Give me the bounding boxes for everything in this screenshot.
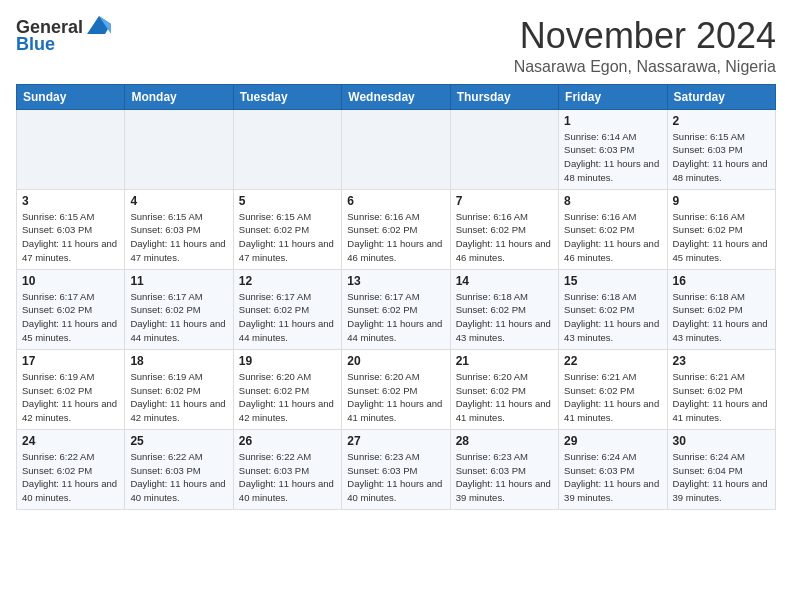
day-info: Sunrise: 6:17 AMSunset: 6:02 PMDaylight:… [130, 290, 227, 345]
day-number: 7 [456, 194, 553, 208]
calendar-cell: 4Sunrise: 6:15 AMSunset: 6:03 PMDaylight… [125, 189, 233, 269]
day-info: Sunrise: 6:24 AMSunset: 6:03 PMDaylight:… [564, 450, 661, 505]
calendar-cell: 16Sunrise: 6:18 AMSunset: 6:02 PMDayligh… [667, 269, 775, 349]
calendar-cell [342, 109, 450, 189]
calendar-cell: 21Sunrise: 6:20 AMSunset: 6:02 PMDayligh… [450, 349, 558, 429]
col-header-tuesday: Tuesday [233, 84, 341, 109]
day-number: 25 [130, 434, 227, 448]
day-number: 23 [673, 354, 770, 368]
day-info: Sunrise: 6:16 AMSunset: 6:02 PMDaylight:… [673, 210, 770, 265]
calendar-cell: 1Sunrise: 6:14 AMSunset: 6:03 PMDaylight… [559, 109, 667, 189]
day-number: 28 [456, 434, 553, 448]
day-number: 24 [22, 434, 119, 448]
day-number: 16 [673, 274, 770, 288]
col-header-saturday: Saturday [667, 84, 775, 109]
day-info: Sunrise: 6:17 AMSunset: 6:02 PMDaylight:… [239, 290, 336, 345]
calendar-cell: 2Sunrise: 6:15 AMSunset: 6:03 PMDaylight… [667, 109, 775, 189]
calendar-cell: 27Sunrise: 6:23 AMSunset: 6:03 PMDayligh… [342, 429, 450, 509]
day-info: Sunrise: 6:15 AMSunset: 6:03 PMDaylight:… [130, 210, 227, 265]
calendar-cell: 6Sunrise: 6:16 AMSunset: 6:02 PMDaylight… [342, 189, 450, 269]
day-number: 20 [347, 354, 444, 368]
calendar-cell: 23Sunrise: 6:21 AMSunset: 6:02 PMDayligh… [667, 349, 775, 429]
calendar-cell: 28Sunrise: 6:23 AMSunset: 6:03 PMDayligh… [450, 429, 558, 509]
day-number: 22 [564, 354, 661, 368]
calendar-cell: 30Sunrise: 6:24 AMSunset: 6:04 PMDayligh… [667, 429, 775, 509]
day-info: Sunrise: 6:18 AMSunset: 6:02 PMDaylight:… [673, 290, 770, 345]
day-number: 5 [239, 194, 336, 208]
day-info: Sunrise: 6:18 AMSunset: 6:02 PMDaylight:… [456, 290, 553, 345]
calendar-table: SundayMondayTuesdayWednesdayThursdayFrid… [16, 84, 776, 510]
day-number: 17 [22, 354, 119, 368]
calendar-cell: 10Sunrise: 6:17 AMSunset: 6:02 PMDayligh… [17, 269, 125, 349]
day-info: Sunrise: 6:20 AMSunset: 6:02 PMDaylight:… [456, 370, 553, 425]
col-header-thursday: Thursday [450, 84, 558, 109]
calendar-cell: 12Sunrise: 6:17 AMSunset: 6:02 PMDayligh… [233, 269, 341, 349]
calendar-cell: 29Sunrise: 6:24 AMSunset: 6:03 PMDayligh… [559, 429, 667, 509]
day-info: Sunrise: 6:20 AMSunset: 6:02 PMDaylight:… [239, 370, 336, 425]
day-number: 19 [239, 354, 336, 368]
calendar-cell: 17Sunrise: 6:19 AMSunset: 6:02 PMDayligh… [17, 349, 125, 429]
calendar-cell: 9Sunrise: 6:16 AMSunset: 6:02 PMDaylight… [667, 189, 775, 269]
calendar-cell: 5Sunrise: 6:15 AMSunset: 6:02 PMDaylight… [233, 189, 341, 269]
day-number: 26 [239, 434, 336, 448]
day-number: 8 [564, 194, 661, 208]
day-number: 29 [564, 434, 661, 448]
day-info: Sunrise: 6:18 AMSunset: 6:02 PMDaylight:… [564, 290, 661, 345]
col-header-monday: Monday [125, 84, 233, 109]
calendar-cell: 20Sunrise: 6:20 AMSunset: 6:02 PMDayligh… [342, 349, 450, 429]
location-subtitle: Nasarawa Egon, Nassarawa, Nigeria [514, 58, 776, 76]
calendar-cell: 22Sunrise: 6:21 AMSunset: 6:02 PMDayligh… [559, 349, 667, 429]
day-number: 14 [456, 274, 553, 288]
logo: General Blue [16, 16, 113, 55]
calendar-cell: 14Sunrise: 6:18 AMSunset: 6:02 PMDayligh… [450, 269, 558, 349]
calendar-cell: 11Sunrise: 6:17 AMSunset: 6:02 PMDayligh… [125, 269, 233, 349]
day-info: Sunrise: 6:15 AMSunset: 6:03 PMDaylight:… [22, 210, 119, 265]
day-info: Sunrise: 6:24 AMSunset: 6:04 PMDaylight:… [673, 450, 770, 505]
day-info: Sunrise: 6:16 AMSunset: 6:02 PMDaylight:… [347, 210, 444, 265]
day-info: Sunrise: 6:19 AMSunset: 6:02 PMDaylight:… [22, 370, 119, 425]
day-info: Sunrise: 6:16 AMSunset: 6:02 PMDaylight:… [564, 210, 661, 265]
day-info: Sunrise: 6:20 AMSunset: 6:02 PMDaylight:… [347, 370, 444, 425]
calendar-cell: 8Sunrise: 6:16 AMSunset: 6:02 PMDaylight… [559, 189, 667, 269]
day-info: Sunrise: 6:23 AMSunset: 6:03 PMDaylight:… [347, 450, 444, 505]
day-number: 9 [673, 194, 770, 208]
calendar-cell: 7Sunrise: 6:16 AMSunset: 6:02 PMDaylight… [450, 189, 558, 269]
logo-icon [85, 14, 113, 36]
logo-blue-text: Blue [16, 34, 55, 55]
day-info: Sunrise: 6:21 AMSunset: 6:02 PMDaylight:… [673, 370, 770, 425]
day-info: Sunrise: 6:17 AMSunset: 6:02 PMDaylight:… [347, 290, 444, 345]
calendar-cell: 15Sunrise: 6:18 AMSunset: 6:02 PMDayligh… [559, 269, 667, 349]
day-info: Sunrise: 6:23 AMSunset: 6:03 PMDaylight:… [456, 450, 553, 505]
day-number: 3 [22, 194, 119, 208]
calendar-cell [450, 109, 558, 189]
col-header-sunday: Sunday [17, 84, 125, 109]
calendar-cell: 24Sunrise: 6:22 AMSunset: 6:02 PMDayligh… [17, 429, 125, 509]
calendar-cell: 26Sunrise: 6:22 AMSunset: 6:03 PMDayligh… [233, 429, 341, 509]
day-number: 10 [22, 274, 119, 288]
calendar-cell: 13Sunrise: 6:17 AMSunset: 6:02 PMDayligh… [342, 269, 450, 349]
day-info: Sunrise: 6:19 AMSunset: 6:02 PMDaylight:… [130, 370, 227, 425]
calendar-cell: 25Sunrise: 6:22 AMSunset: 6:03 PMDayligh… [125, 429, 233, 509]
day-number: 6 [347, 194, 444, 208]
day-info: Sunrise: 6:15 AMSunset: 6:02 PMDaylight:… [239, 210, 336, 265]
day-number: 13 [347, 274, 444, 288]
day-number: 15 [564, 274, 661, 288]
day-info: Sunrise: 6:17 AMSunset: 6:02 PMDaylight:… [22, 290, 119, 345]
day-number: 4 [130, 194, 227, 208]
title-block: November 2024 Nasarawa Egon, Nassarawa, … [514, 16, 776, 76]
month-title: November 2024 [514, 16, 776, 56]
calendar-cell [125, 109, 233, 189]
day-info: Sunrise: 6:21 AMSunset: 6:02 PMDaylight:… [564, 370, 661, 425]
calendar-cell [17, 109, 125, 189]
calendar-cell: 19Sunrise: 6:20 AMSunset: 6:02 PMDayligh… [233, 349, 341, 429]
calendar-cell: 18Sunrise: 6:19 AMSunset: 6:02 PMDayligh… [125, 349, 233, 429]
day-info: Sunrise: 6:22 AMSunset: 6:03 PMDaylight:… [239, 450, 336, 505]
day-number: 27 [347, 434, 444, 448]
day-number: 12 [239, 274, 336, 288]
day-number: 2 [673, 114, 770, 128]
day-number: 11 [130, 274, 227, 288]
col-header-wednesday: Wednesday [342, 84, 450, 109]
col-header-friday: Friday [559, 84, 667, 109]
day-number: 30 [673, 434, 770, 448]
page-header: General Blue November 2024 Nasarawa Egon… [16, 16, 776, 76]
